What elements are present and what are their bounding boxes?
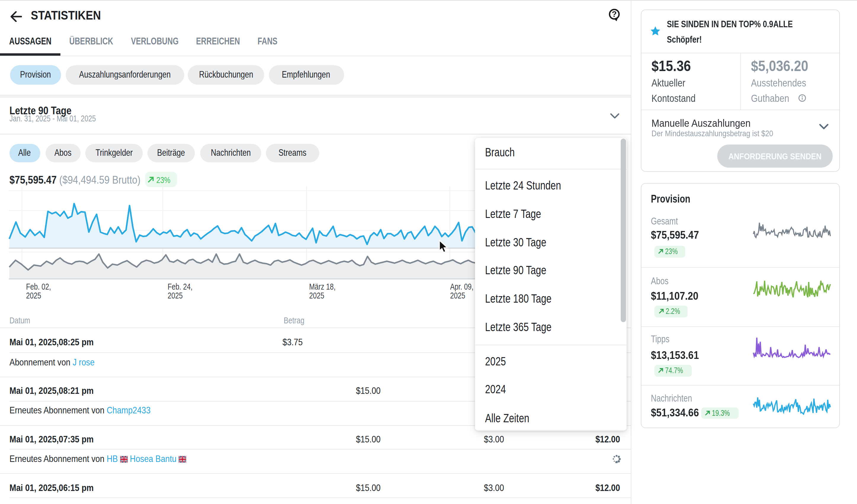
svg-text:?: ? — [611, 10, 617, 18]
